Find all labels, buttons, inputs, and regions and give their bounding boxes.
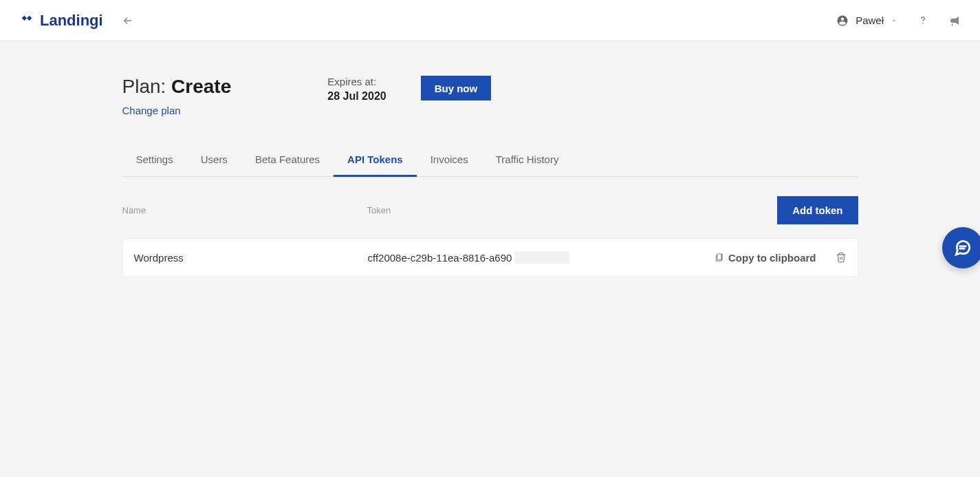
brand-logo[interactable]: Landingi xyxy=(19,12,103,30)
token-name-cell: Wordpress xyxy=(134,252,368,264)
plan-header: Plan: Create Change plan Expires at: 28 … xyxy=(122,76,858,144)
top-bar-right: Paweł xyxy=(836,14,961,27)
caret-down-icon xyxy=(891,17,897,24)
bullhorn-icon xyxy=(948,14,961,27)
user-menu[interactable]: Paweł xyxy=(836,14,897,27)
user-circle-icon xyxy=(836,14,849,27)
tab-users[interactable]: Users xyxy=(187,144,241,176)
plan-title: Plan: Create xyxy=(122,76,232,98)
tab-invoices[interactable]: Invoices xyxy=(417,144,482,176)
expires-label: Expires at: xyxy=(327,76,386,87)
top-bar: Landingi Paweł xyxy=(0,0,980,41)
clipboard-icon xyxy=(715,253,724,262)
tab-traffic-history[interactable]: Traffic History xyxy=(482,144,573,176)
user-name: Paweł xyxy=(856,14,884,26)
chat-icon xyxy=(954,239,972,257)
plan-info: Plan: Create Change plan xyxy=(122,76,232,116)
help-button[interactable] xyxy=(917,14,929,27)
top-bar-left: Landingi xyxy=(19,11,138,30)
plan-name: Create xyxy=(171,76,231,97)
logo-diamond-icon xyxy=(19,13,34,28)
buy-now-button[interactable]: Buy now xyxy=(421,76,492,100)
delete-token-button[interactable] xyxy=(836,252,847,263)
tabs: Settings Users Beta Features API Tokens … xyxy=(122,144,858,177)
token-value-cell: cff2008e-c29b-11ea-8816-a690 xyxy=(368,251,715,264)
trash-icon xyxy=(836,252,847,263)
back-button[interactable] xyxy=(118,11,138,30)
token-actions: Copy to clipboard xyxy=(715,252,847,264)
tab-beta-features[interactable]: Beta Features xyxy=(241,144,334,176)
table-header-name: Name xyxy=(122,205,367,215)
token-value-masked xyxy=(514,251,569,264)
question-icon xyxy=(917,14,929,27)
chat-fab[interactable] xyxy=(942,227,980,268)
table-header-token: Token xyxy=(367,205,778,215)
plan-prefix: Plan: xyxy=(122,76,172,97)
change-plan-link[interactable]: Change plan xyxy=(122,105,232,116)
copy-label: Copy to clipboard xyxy=(728,252,816,264)
arrow-left-icon xyxy=(122,14,134,27)
page-content: Plan: Create Change plan Expires at: 28 … xyxy=(122,41,858,277)
table-row: Wordpress cff2008e-c29b-11ea-8816-a690 C… xyxy=(122,238,858,277)
copy-to-clipboard-button[interactable]: Copy to clipboard xyxy=(715,252,816,264)
expires-block: Expires at: 28 Jul 2020 xyxy=(272,76,386,103)
brand-name: Landingi xyxy=(40,12,103,30)
tab-api-tokens[interactable]: API Tokens xyxy=(334,144,417,177)
table-header-row: Name Token Add token xyxy=(122,177,858,238)
announcements-button[interactable] xyxy=(948,14,961,27)
tab-settings[interactable]: Settings xyxy=(122,144,187,176)
token-value-visible: cff2008e-c29b-11ea-8816-a690 xyxy=(368,252,512,264)
expires-date: 28 Jul 2020 xyxy=(327,90,386,103)
add-token-button[interactable]: Add token xyxy=(777,196,858,224)
